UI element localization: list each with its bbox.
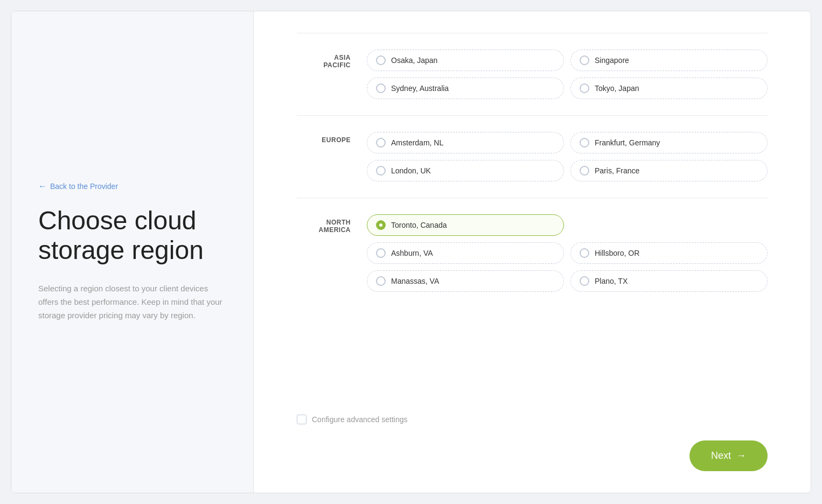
radio-sydney xyxy=(376,83,386,93)
regions-container: ASIAPACIFIC Osaka, Japan Singapore Sydne… xyxy=(297,33,768,398)
advanced-settings-label: Configure advanced settings xyxy=(312,415,407,424)
next-btn-row: Next → xyxy=(297,440,768,471)
radio-manassas xyxy=(376,276,386,286)
option-label-toronto: Toronto, Canada xyxy=(391,221,447,229)
region-options-north-america: Toronto, Canada Ashburn, VA Hillsboro, O… xyxy=(367,214,768,292)
option-hillsboro[interactable]: Hillsboro, OR xyxy=(570,242,768,264)
option-singapore[interactable]: Singapore xyxy=(570,50,768,71)
option-label-osaka: Osaka, Japan xyxy=(391,56,437,65)
radio-osaka xyxy=(376,55,386,65)
page-description: Selecting a region closest to your clien… xyxy=(38,282,226,322)
empty-slot-na xyxy=(570,214,768,236)
radio-hillsboro xyxy=(580,248,589,258)
option-label-hillsboro: Hillsboro, OR xyxy=(595,249,639,257)
option-label-sydney: Sydney, Australia xyxy=(391,84,449,93)
option-plano[interactable]: Plano, TX xyxy=(570,270,768,292)
option-ashburn[interactable]: Ashburn, VA xyxy=(367,242,564,264)
region-options-asia-pacific: Osaka, Japan Singapore Sydney, Australia… xyxy=(367,50,768,99)
region-label-asia-pacific: ASIAPACIFIC xyxy=(297,50,367,69)
radio-ashburn xyxy=(376,248,386,258)
region-section-north-america: NORTHAMERICA Toronto, Canada Ashburn, VA… xyxy=(297,198,768,308)
radio-paris xyxy=(580,166,589,176)
option-frankfurt[interactable]: Frankfurt, Germany xyxy=(570,132,768,153)
radio-amsterdam xyxy=(376,138,386,148)
radio-toronto xyxy=(376,220,386,230)
option-london[interactable]: London, UK xyxy=(367,160,564,181)
page-container: ← Back to the Provider Choose cloud stor… xyxy=(11,11,811,493)
option-label-ashburn: Ashburn, VA xyxy=(391,249,433,257)
region-section-europe: EUROPE Amsterdam, NL Frankfurt, Germany … xyxy=(297,116,768,198)
next-button-label: Next xyxy=(711,450,731,461)
option-manassas[interactable]: Manassas, VA xyxy=(367,270,564,292)
region-label-europe: EUROPE xyxy=(297,132,367,144)
next-button[interactable]: Next → xyxy=(689,440,768,471)
option-toronto[interactable]: Toronto, Canada xyxy=(367,214,564,236)
next-arrow-icon: → xyxy=(736,450,746,461)
right-panel: ASIAPACIFIC Osaka, Japan Singapore Sydne… xyxy=(254,11,811,493)
back-link-label: Back to the Provider xyxy=(50,182,118,191)
back-link[interactable]: ← Back to the Provider xyxy=(38,182,226,191)
bottom-area: Configure advanced settings Next → xyxy=(297,398,768,471)
left-panel: ← Back to the Provider Choose cloud stor… xyxy=(11,11,254,493)
option-label-amsterdam: Amsterdam, NL xyxy=(391,138,443,147)
radio-tokyo xyxy=(580,83,589,93)
option-label-frankfurt: Frankfurt, Germany xyxy=(595,138,660,147)
option-label-plano: Plano, TX xyxy=(595,277,628,285)
radio-frankfurt xyxy=(580,138,589,148)
option-paris[interactable]: Paris, France xyxy=(570,160,768,181)
option-osaka[interactable]: Osaka, Japan xyxy=(367,50,564,71)
region-label-north-america: NORTHAMERICA xyxy=(297,214,367,234)
region-section-asia-pacific: ASIAPACIFIC Osaka, Japan Singapore Sydne… xyxy=(297,33,768,116)
option-label-paris: Paris, France xyxy=(595,166,639,175)
back-arrow-icon: ← xyxy=(38,182,47,191)
option-sydney[interactable]: Sydney, Australia xyxy=(367,78,564,99)
radio-london xyxy=(376,166,386,176)
radio-singapore xyxy=(580,55,589,65)
option-label-tokyo: Tokyo, Japan xyxy=(595,84,639,93)
page-title: Choose cloud storage region xyxy=(38,206,226,265)
option-label-london: London, UK xyxy=(391,166,431,175)
option-amsterdam[interactable]: Amsterdam, NL xyxy=(367,132,564,153)
option-tokyo[interactable]: Tokyo, Japan xyxy=(570,78,768,99)
option-label-singapore: Singapore xyxy=(595,56,629,65)
region-options-europe: Amsterdam, NL Frankfurt, Germany London,… xyxy=(367,132,768,181)
option-label-manassas: Manassas, VA xyxy=(391,277,439,285)
advanced-settings-row[interactable]: Configure advanced settings xyxy=(297,415,407,424)
advanced-settings-checkbox[interactable] xyxy=(297,415,306,424)
radio-plano xyxy=(580,276,589,286)
